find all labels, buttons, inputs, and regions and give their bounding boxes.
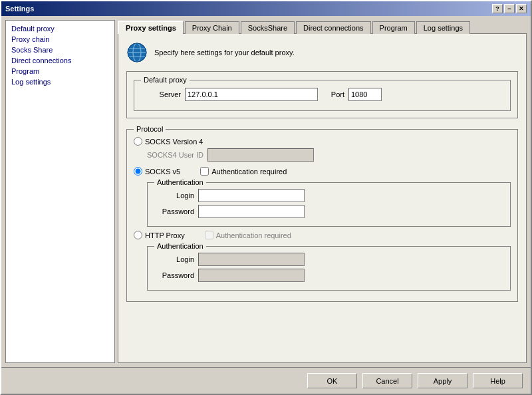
content-area: Default proxy Proxy chain Socks Share Di… bbox=[1, 16, 531, 367]
tab-program[interactable]: Program bbox=[372, 21, 415, 34]
tab-direct-connections[interactable]: Direct connections bbox=[296, 21, 371, 34]
socks5-label: SOCKS v5 bbox=[145, 168, 180, 176]
settings-window: Settings ? − ✕ Default proxy Proxy chain… bbox=[0, 0, 532, 395]
window-title: Settings bbox=[5, 5, 34, 13]
socks5-login-input[interactable] bbox=[198, 189, 305, 202]
tab-content-proxy-settings: Specify here settings for your default p… bbox=[118, 33, 527, 363]
http-auth-required-checkbox[interactable] bbox=[205, 231, 213, 239]
socks5-login-row: Login bbox=[154, 189, 503, 202]
sidebar-item-log-settings[interactable]: Log settings bbox=[6, 76, 114, 87]
http-login-row: Login bbox=[154, 253, 503, 266]
help-button[interactable]: ? bbox=[492, 4, 503, 13]
close-button[interactable]: ✕ bbox=[516, 4, 527, 13]
protocol-fieldset: Protocol SOCKS Version 4 SOCKS4 User ID … bbox=[126, 125, 518, 302]
socks5-password-label: Password bbox=[154, 207, 194, 215]
main-area: Proxy settings Proxy Chain SocksShare Di… bbox=[118, 20, 527, 363]
http-password-input[interactable] bbox=[198, 269, 305, 282]
sidebar-item-default-proxy[interactable]: Default proxy bbox=[6, 23, 114, 34]
tab-proxy-chain[interactable]: Proxy Chain bbox=[185, 21, 239, 34]
server-input[interactable] bbox=[185, 88, 318, 101]
socks5-auth-legend: Authentication bbox=[154, 178, 206, 186]
socks4-userid-label: SOCKS4 User ID bbox=[147, 151, 203, 159]
http-proxy-row: HTTP Proxy Authentication required bbox=[134, 231, 511, 239]
socks5-login-label: Login bbox=[154, 192, 194, 199]
minimize-button[interactable]: − bbox=[504, 4, 515, 13]
socks4-radio[interactable] bbox=[134, 137, 142, 146]
tab-log-settings[interactable]: Log settings bbox=[416, 21, 470, 34]
socks5-password-input[interactable] bbox=[198, 205, 305, 218]
http-auth-required-row: Authentication required bbox=[205, 231, 291, 239]
http-radio[interactable] bbox=[134, 231, 142, 239]
port-label: Port bbox=[325, 90, 344, 98]
proxy-icon bbox=[126, 42, 148, 63]
bottom-bar: OK Cancel Apply Help bbox=[1, 367, 531, 394]
server-row: Server Port bbox=[141, 88, 503, 101]
title-bar: Settings ? − ✕ bbox=[1, 1, 531, 16]
cancel-button[interactable]: Cancel bbox=[362, 373, 412, 388]
default-proxy-legend: Default proxy bbox=[141, 76, 190, 84]
socks5-password-row: Password bbox=[154, 205, 503, 218]
socks5-radio[interactable] bbox=[134, 167, 142, 176]
socks4-row: SOCKS Version 4 bbox=[134, 137, 511, 146]
socks4-label: SOCKS Version 4 bbox=[145, 138, 203, 146]
help-button-bottom[interactable]: Help bbox=[473, 373, 523, 388]
sidebar-item-socks-share[interactable]: Socks Share bbox=[6, 45, 114, 55]
server-label: Server bbox=[141, 90, 181, 98]
auth-required-checkbox[interactable] bbox=[200, 167, 209, 176]
http-login-label: Login bbox=[154, 255, 194, 263]
http-auth-required-label: Authentication required bbox=[216, 231, 291, 239]
http-login-input[interactable] bbox=[198, 253, 305, 266]
sidebar-item-program[interactable]: Program bbox=[6, 66, 114, 76]
socks5-row: SOCKS v5 Authentication required bbox=[134, 167, 511, 176]
http-proxy-label: HTTP Proxy bbox=[145, 231, 185, 239]
title-bar-buttons: ? − ✕ bbox=[492, 4, 527, 13]
auth-required-label: Authentication required bbox=[211, 168, 287, 176]
apply-button[interactable]: Apply bbox=[418, 373, 467, 388]
info-text: Specify here settings for your default p… bbox=[154, 49, 295, 57]
sidebar: Default proxy Proxy chain Socks Share Di… bbox=[5, 20, 115, 363]
http-auth-legend: Authentication bbox=[154, 242, 206, 250]
tabs: Proxy settings Proxy Chain SocksShare Di… bbox=[118, 20, 527, 33]
http-password-label: Password bbox=[154, 271, 194, 279]
protocol-legend: Protocol bbox=[134, 125, 166, 133]
default-proxy-fieldset: Default proxy Server Port bbox=[126, 71, 518, 118]
socks5-auth-fieldset: Authentication Login Password bbox=[147, 178, 511, 227]
tab-proxy-settings[interactable]: Proxy settings bbox=[118, 21, 184, 34]
socks4-userid-input[interactable] bbox=[207, 148, 314, 162]
http-auth-fieldset: Authentication Login Password bbox=[147, 242, 511, 291]
port-input[interactable] bbox=[348, 88, 382, 101]
sidebar-item-proxy-chain[interactable]: Proxy chain bbox=[6, 34, 114, 45]
socks4-userid-row: SOCKS4 User ID bbox=[147, 148, 511, 162]
http-password-row: Password bbox=[154, 269, 503, 282]
auth-required-row: Authentication required bbox=[200, 167, 287, 176]
tab-socks-share[interactable]: SocksShare bbox=[241, 21, 295, 34]
info-row: Specify here settings for your default p… bbox=[126, 42, 518, 63]
ok-button[interactable]: OK bbox=[307, 373, 357, 388]
sidebar-item-direct-connections[interactable]: Direct connections bbox=[6, 55, 114, 66]
